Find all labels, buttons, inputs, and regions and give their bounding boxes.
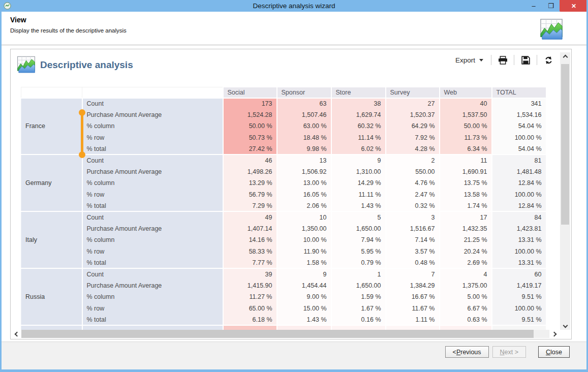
horizontal-scroll-thumb[interactable] — [21, 330, 534, 338]
table-row: % column11.27 %9.00 %1.59 %16.67 %5.00 %… — [21, 291, 546, 302]
metric-label: % column — [82, 291, 223, 302]
minimize-button[interactable]: – — [525, 0, 542, 12]
column-header[interactable]: Survey — [386, 87, 440, 98]
value-cell: 1,481.48 — [492, 166, 546, 177]
toolbar-separator — [537, 55, 537, 65]
column-header[interactable]: Sponsor — [277, 87, 331, 98]
value-cell: 14.16 % — [223, 234, 277, 245]
value-cell: 9.51 % — [492, 314, 546, 325]
scroll-up-button[interactable] — [560, 52, 570, 61]
value-cell: 27.42 % — [223, 143, 277, 154]
export-label: Export — [455, 56, 475, 64]
value-cell: 11.27 % — [223, 291, 277, 302]
scroll-left-button[interactable] — [12, 329, 21, 338]
vertical-scroll-track[interactable] — [560, 61, 570, 321]
table-row: ItalyCount4910531784 — [21, 211, 546, 223]
value-cell: 1,310.00 — [331, 166, 386, 177]
step-title: View — [10, 16, 26, 24]
table-row: % row58.33 %11.90 %5.95 %3.57 %20.24 %10… — [21, 246, 546, 257]
table-row: RussiaCount39917460 — [21, 268, 546, 280]
metric-label: % total — [82, 314, 223, 325]
value-cell: 2.69 % — [440, 257, 492, 268]
value-cell: 16.67 % — [386, 291, 440, 302]
metric-label: Count — [82, 268, 223, 280]
column-header[interactable]: TOTAL — [492, 87, 546, 98]
next-label-key: N — [500, 349, 505, 356]
value-cell: 56.79 % — [223, 189, 277, 200]
value-cell: 1,650.00 — [331, 223, 386, 234]
value-cell: 1.67 % — [331, 303, 386, 314]
scroll-right-button[interactable] — [549, 329, 559, 338]
previous-button[interactable]: < Previous — [445, 346, 489, 358]
next-button[interactable]: Next > — [492, 346, 526, 358]
vertical-scrollbar[interactable] — [560, 52, 570, 330]
value-cell: 13.00 % — [277, 177, 331, 189]
previous-label-rest: revious — [460, 349, 481, 356]
value-cell: 1,419.17 — [492, 280, 546, 291]
value-cell: 84 — [492, 211, 546, 223]
value-cell: 3 — [386, 211, 440, 223]
scroll-down-button[interactable] — [560, 321, 570, 330]
value-cell: 65.00 % — [223, 303, 277, 314]
maximize-button[interactable]: ❒ — [542, 0, 560, 12]
table-row: % total7.29 %2.06 %1.43 %0.32 %1.74 %12.… — [21, 200, 546, 211]
metric-label: Purchase Amount Average — [82, 280, 223, 291]
value-cell: 7.14 % — [386, 234, 440, 245]
value-cell: 11.67 % — [386, 303, 440, 314]
value-cell: 9 — [277, 268, 331, 280]
value-cell: 4 — [440, 268, 492, 280]
value-cell: 60 — [492, 268, 546, 280]
save-button[interactable] — [520, 54, 531, 66]
analysis-table-viewport: SocialSponsorStoreSurveyWebTOTAL FranceC… — [21, 87, 549, 330]
column-header[interactable]: Web — [440, 87, 492, 98]
table-row: % column50.00 %63.00 %60.32 %64.29 %50.0… — [21, 120, 546, 132]
next-label-rest: ext > — [505, 349, 518, 356]
export-caret-icon — [479, 59, 483, 61]
chevron-up-icon — [563, 54, 568, 59]
value-cell: 54.04 % — [492, 143, 546, 154]
metric-label: % column — [82, 234, 223, 245]
value-cell: 15.00 % — [277, 303, 331, 314]
table-row: % column14.16 %10.00 %7.94 %7.14 %21.25 … — [21, 234, 546, 245]
refresh-button[interactable] — [543, 54, 554, 66]
value-cell: 9.98 % — [277, 143, 331, 154]
value-cell: 1,629.74 — [331, 109, 386, 120]
column-header[interactable]: Store — [331, 87, 386, 98]
save-icon — [521, 56, 530, 65]
value-cell: 1,690.91 — [440, 166, 492, 177]
value-cell: 12.84 % — [492, 177, 546, 189]
value-cell: 341 — [492, 98, 546, 109]
table-row: Purchase Amount Average1,498.261,506.921… — [21, 166, 546, 177]
value-cell: 54.04 % — [492, 120, 546, 132]
table-row: Purchase Amount Average1,524.281,507.461… — [21, 109, 546, 120]
column-header[interactable]: Social — [223, 87, 277, 98]
print-button[interactable] — [497, 54, 508, 66]
row-range-marker[interactable] — [79, 109, 85, 158]
horizontal-scroll-track[interactable] — [21, 330, 549, 338]
value-cell: 0.32 % — [386, 200, 440, 211]
vertical-scroll-thumb[interactable] — [561, 64, 569, 225]
value-cell: 1,432.35 — [440, 223, 492, 234]
horizontal-scrollbar[interactable] — [12, 329, 559, 338]
value-cell: 11.14 % — [331, 132, 386, 143]
value-cell: 1,506.92 — [277, 166, 331, 177]
metric-label: % total — [82, 200, 223, 211]
value-cell: 1.58 % — [277, 257, 331, 268]
value-cell: 1,415.90 — [223, 280, 277, 291]
close-window-button[interactable]: ✕ — [560, 0, 588, 12]
value-cell: 1,524.28 — [223, 109, 277, 120]
value-cell: 9.00 % — [277, 291, 331, 302]
export-button[interactable]: Export — [453, 55, 485, 65]
value-cell: 6.02 % — [331, 143, 386, 154]
chevron-down-icon — [563, 323, 568, 328]
value-cell: 4.76 % — [386, 177, 440, 189]
value-cell: 21.25 % — [440, 234, 492, 245]
value-cell: 2.47 % — [386, 189, 440, 200]
value-cell: 6.34 % — [440, 143, 492, 154]
value-cell: 50.73 % — [223, 132, 277, 143]
value-cell: 550.00 — [386, 166, 440, 177]
close-button[interactable]: Close — [538, 346, 570, 358]
value-cell: 1,407.14 — [223, 223, 277, 234]
table-row: GermanyCount4613921181 — [21, 154, 546, 166]
step-subtitle: Display the results of the descriptive a… — [10, 27, 127, 34]
